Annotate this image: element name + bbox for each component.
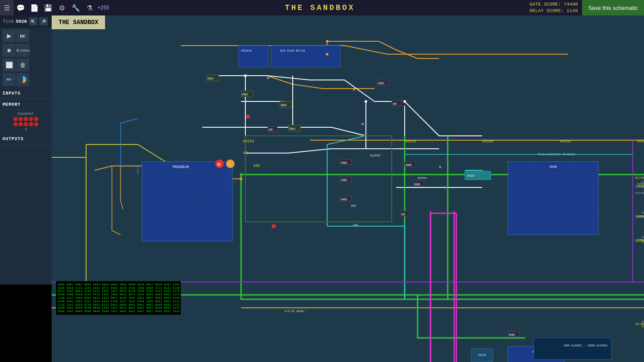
svg-text:49153: 49153 [405,139,416,144]
svg-text:OR: OR [269,128,273,132]
pie-chart-button[interactable] [16,73,29,86]
delay-score-value: 1148 [567,8,578,13]
svg-text:OR: OR [393,102,397,106]
file-button[interactable]: 📄 [28,0,41,15]
svg-text:AND: AND [378,81,384,85]
svg-point-110 [403,100,406,103]
svg-text:49152: 49152 [243,139,254,144]
canvas-area[interactable]: THE SANDBOX [52,15,644,362]
delay-score-label: DELAY SCORE: [529,8,564,13]
counter-dot-3 [24,117,28,121]
flask-button[interactable]: ⚗ [83,0,96,15]
counter-dot-7 [19,122,23,126]
svg-text:N: N [362,122,364,126]
svg-text:ONV: ONV [207,77,214,80]
svg-point-108 [240,178,242,180]
hamburger-menu-button[interactable]: ☰ [0,0,14,15]
svg-point-114 [246,114,250,119]
svg-text:ZWC: ZWC [353,224,359,227]
gate-score-line: GATE SCORE: 74498 [529,1,578,8]
hex-content: 0000 0001 0001 0002 0003 0004 0005 0006 … [58,283,179,313]
plus-count-button[interactable]: +255 [96,0,110,15]
svg-text:NzADV: NzADV [370,153,381,157]
svg-text:AND: AND [509,333,515,337]
svg-text:2nd Addr: 2nd Addr [641,320,644,324]
zoom-out-button[interactable]: 🔎 [39,17,48,26]
svg-text:Volum: Volum [641,211,644,215]
svg-point-112 [240,173,242,176]
sidebar: Tick 582K 🔍 🔎 ▶ ⏭ ■ ⏸100kHz ⬜ 🗑 ✏ INPUTS [0,15,52,362]
svg-text:AND: AND [414,182,421,186]
scores-panel: GATE SCORE: 74498 DELAY SCORE: 1148 [529,1,582,15]
inputs-label[interactable]: INPUTS [3,89,49,97]
inputs-section: INPUTS [0,88,52,99]
svg-text:RAM: RAM [550,165,557,169]
counter-dot-2 [19,117,23,121]
step-button[interactable]: ⏭ [16,29,29,42]
svg-text:2nd Cond Write: 2nd Cond Write [280,49,305,52]
svg-text:49152: 49152 [482,139,494,144]
svg-point-115 [272,224,276,228]
memory-section: MEMORY [0,99,52,110]
svg-point-111 [244,74,247,77]
memory-label[interactable]: MEMORY [3,101,49,108]
gate-score-label: GATE SCORE: [529,2,561,7]
counter-label: Counter [18,112,34,116]
counter-dot-9 [29,122,33,126]
svg-text:32768: 32768 [641,324,644,328]
delete-tool-button[interactable]: 🗑 [16,58,29,71]
svg-text:b410: b410 [467,174,474,178]
svg-point-113 [403,173,406,176]
chat-button[interactable]: 💬 [14,0,28,15]
counter-dot-8 [24,122,28,126]
svg-text:Volum: Volum [635,191,644,195]
tick-bar: Tick 582K 🔍 🔎 [0,15,52,28]
outputs-label[interactable]: OUTPUTS [3,135,49,142]
svg-point-109 [365,100,367,103]
counter-dot-10 [34,122,38,126]
svg-text:CState: CState [241,49,252,52]
main-menu-button[interactable]: THE SANDBOX [52,15,105,29]
stop-button[interactable]: ■ [3,44,15,57]
svg-point-106 [326,40,328,43]
svg-text:⊞: ⊞ [217,162,220,168]
pencil-tool-button[interactable]: ✏ [3,73,15,86]
svg-text:OR: OR [401,212,406,216]
app-title: THE SANDBOX [110,3,529,12]
svg-text:32FC3: 32FC3 [637,238,644,242]
svg-text:AND: AND [341,197,347,201]
left-panel [0,285,52,362]
play-button[interactable]: ▶ [3,29,15,42]
zoom-in-button[interactable]: 🔍 [29,17,37,26]
hex-display: 0000 0001 0001 0002 0003 0004 0005 0006 … [56,281,181,315]
counter-dot-1 [13,117,18,121]
svg-text:2nd Value: 2nd Value [637,185,644,188]
svg-text:49152: 49152 [637,139,644,144]
save-schematic-button[interactable]: Save this schematic [582,0,644,15]
svg-text:ZWC: ZWC [351,204,356,208]
svg-text:ONV: ONV [289,127,296,131]
delay-score-line: DELAY SCORE: 1148 [529,8,578,14]
plus-count-label: +255 [97,5,109,11]
svg-text:PROGRAM: PROGRAM [173,165,189,169]
pause-button[interactable]: ⏸100kHz [16,44,29,57]
wrench-button[interactable]: 🔧 [69,0,83,15]
svg-point-107 [326,53,328,55]
svg-text:N: N [267,76,269,80]
svg-text:AND: AND [406,163,412,167]
svg-text:Volum: Volum [637,215,644,218]
counter-dots [13,117,38,126]
svg-text:RAM-0x0003 - VRAM-0x0003: RAM-0x0003 - VRAM-0x0003 [564,344,607,347]
svg-text:AND: AND [341,178,347,182]
svg-text:Adder: Adder [418,176,428,180]
counter-dot-6 [13,122,18,126]
svg-rect-101 [534,338,611,359]
outputs-section: OUTPUTS [0,133,52,144]
counter-dot-4 [29,117,33,121]
svg-text:N: N [439,165,441,169]
settings-button[interactable]: ⚙ [55,0,69,15]
svg-text:N: N [353,88,355,92]
svg-text:49152: 49152 [560,139,571,144]
select-tool-button[interactable]: ⬜ [3,58,15,71]
save-file-button[interactable]: 💾 [41,0,55,15]
